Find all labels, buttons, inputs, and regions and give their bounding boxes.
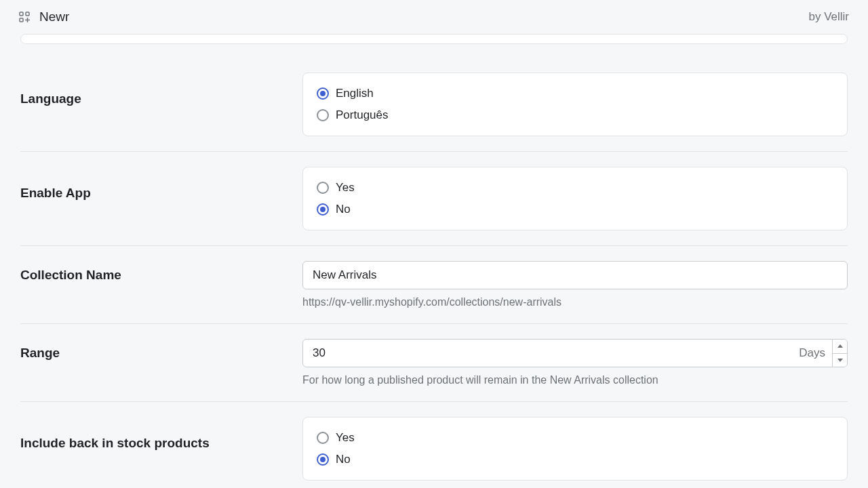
chevron-down-icon [837,359,843,362]
radio-indicator-icon [317,453,329,466]
section-language: Language English Português [20,73,848,136]
collection-url-text: https://qv-vellir.myshopify.com/collecti… [302,296,848,308]
stepper-up-button[interactable] [833,340,847,354]
radio-indicator-icon [317,203,329,216]
svg-rect-0 [20,12,23,16]
section-collection-name: Collection Name https://qv-vellir.myshop… [20,261,848,308]
app-byline: by Vellir [808,10,849,24]
card-language: English Português [302,73,848,136]
range-helper-text: For how long a published product will re… [302,374,848,386]
radio-enable-yes[interactable]: Yes [317,181,833,195]
chevron-up-icon [837,344,843,348]
radio-label: Português [336,108,389,122]
app-grid-icon [19,12,30,22]
radio-back-in-stock-no[interactable]: No [317,453,833,466]
radio-indicator-icon [317,109,329,121]
radio-indicator-icon [317,432,329,444]
radio-enable-no[interactable]: No [317,203,833,216]
header-left: Newr [19,9,69,24]
radio-group-language: English Português [317,87,833,122]
divider [20,401,848,402]
radio-back-in-stock-yes[interactable]: Yes [317,431,833,445]
radio-label: No [336,453,351,466]
card-enable-app: Yes No [302,167,848,230]
radio-language-portugues[interactable]: Português [317,108,833,122]
card-back-in-stock: Yes No [302,417,848,481]
radio-indicator-icon [317,87,329,100]
divider [20,323,848,324]
stepper-down-button[interactable] [833,354,847,367]
content: Language English Português Enable App [0,34,868,481]
section-enable-app: Enable App Yes No [20,167,848,230]
divider [20,151,848,152]
section-label-language: Language [20,73,302,106]
section-label-collection-name: Collection Name [20,261,302,283]
radio-group-enable-app: Yes No [317,181,833,216]
app-title: Newr [39,9,69,24]
range-input-wrap: Days [302,339,848,367]
radio-label: Yes [336,181,355,195]
range-stepper [832,340,847,367]
range-suffix: Days [791,340,832,367]
section-range: Range Days For how long a published prod… [20,339,848,386]
radio-label: English [336,87,374,100]
svg-rect-2 [20,18,23,22]
section-label-range: Range [20,339,302,361]
radio-label: No [336,203,351,216]
radio-label: Yes [336,431,355,445]
radio-group-back-in-stock: Yes No [317,431,833,466]
section-back-in-stock: Include back in stock products Yes No [20,417,848,481]
section-label-enable-app: Enable App [20,167,302,201]
radio-indicator-icon [317,182,329,194]
radio-language-english[interactable]: English [317,87,833,100]
app-header: Newr by Vellir [0,0,868,34]
section-label-back-in-stock: Include back in stock products [20,417,302,451]
svg-rect-1 [26,12,29,16]
previous-card-bottom [20,34,848,44]
range-input[interactable] [303,340,791,367]
divider [20,245,848,246]
collection-name-input[interactable] [302,261,848,289]
